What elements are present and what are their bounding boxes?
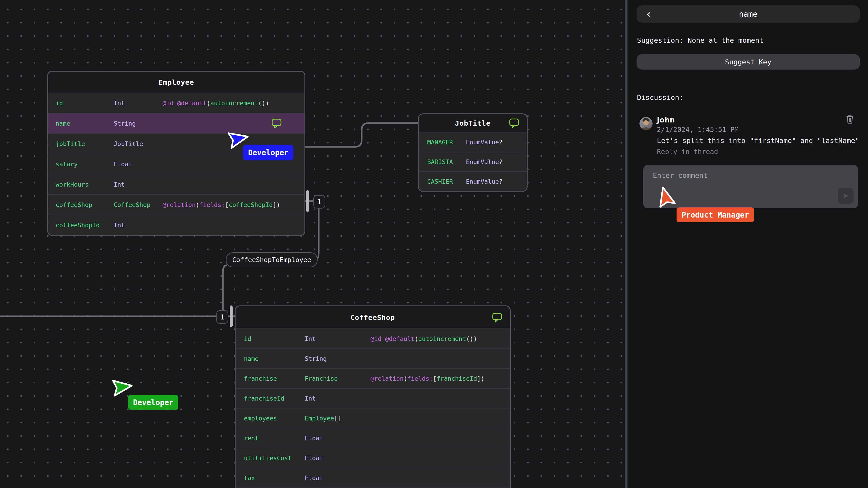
comment-author: John bbox=[657, 116, 675, 124]
field-row-coffeeShop[interactable]: coffeeShopCoffeeShop@relation(fields:[co… bbox=[48, 194, 305, 215]
suggest-key-button[interactable]: Suggest Key bbox=[637, 54, 860, 70]
field-name: name bbox=[244, 355, 258, 362]
cursor-label-developer-green: Developer bbox=[128, 395, 178, 410]
field-name: coffeeShopId bbox=[56, 222, 100, 229]
field-type: Int bbox=[114, 222, 125, 229]
field-attributes: @id @default(autoincrement()) bbox=[162, 100, 269, 107]
field-name: salary bbox=[56, 161, 78, 168]
schema-canvas[interactable]: Employee idInt@id @default(autoincrement… bbox=[0, 0, 625, 488]
panel-title: name bbox=[637, 9, 860, 19]
cursor-label-developer-blue: Developer bbox=[243, 145, 293, 160]
field-attributes: @id @default(autoincrement()) bbox=[370, 335, 477, 342]
field-type: EnumValue? bbox=[466, 138, 503, 145]
field-type: EnumValue? bbox=[466, 158, 503, 165]
field-attributes: @relation(fields:[franchiseId]) bbox=[370, 375, 485, 382]
field-row-employees[interactable]: employeesEmployee[] bbox=[236, 408, 510, 428]
field-row-rent[interactable]: rentFloat bbox=[236, 428, 510, 448]
field-name: name bbox=[56, 120, 70, 127]
cardinality-bar-employee bbox=[306, 190, 309, 212]
comment-timestamp: 2/1/2024, 1:45:51 PM bbox=[657, 126, 739, 133]
field-row-coffeeShopId[interactable]: coffeeShopIdInt bbox=[48, 215, 305, 235]
field-type: Float bbox=[305, 475, 323, 482]
panel-header: ‹ name bbox=[637, 5, 860, 23]
field-type: Float bbox=[305, 455, 323, 462]
comment-icon[interactable] bbox=[271, 118, 282, 129]
field-row-BARISTA[interactable]: BARISTAEnumValue? bbox=[419, 152, 527, 171]
inspector-panel: ‹ name Suggestion: None at the moment Su… bbox=[627, 0, 868, 488]
field-name: utilitiesCost bbox=[244, 455, 291, 462]
table-title: Employee bbox=[158, 78, 194, 86]
field-name: rent bbox=[244, 435, 258, 442]
field-row-name[interactable]: nameString bbox=[236, 348, 510, 368]
field-row-workHours[interactable]: workHoursInt bbox=[48, 174, 305, 194]
table-coffeeshop[interactable]: CoffeeShop idInt@id @default(autoincreme… bbox=[235, 305, 510, 488]
comment-icon[interactable] bbox=[492, 312, 502, 323]
discussion-heading: Discussion: bbox=[637, 93, 683, 101]
table-title: CoffeeShop bbox=[350, 313, 395, 322]
relation-line-label-to-badge bbox=[223, 265, 226, 310]
field-name: BARISTA bbox=[427, 158, 453, 165]
table-coffeeshop-header[interactable]: CoffeeShop bbox=[236, 306, 510, 329]
cursor-label-product-manager: Product Manager bbox=[677, 207, 754, 222]
field-type: Int bbox=[114, 100, 125, 107]
send-comment-button[interactable] bbox=[838, 188, 854, 204]
table-jobtitle[interactable]: JobTitle MANAGEREnumValue?BARISTAEnumVal… bbox=[418, 113, 528, 192]
field-type: Int bbox=[305, 395, 316, 402]
comment-placeholder: Enter comment bbox=[653, 171, 708, 180]
relation-label-coffeeshoptoemployee[interactable]: CoffeeShopToEmployee bbox=[226, 252, 318, 267]
app-window: Employee idInt@id @default(autoincrement… bbox=[0, 0, 868, 488]
field-name: id bbox=[56, 100, 63, 107]
send-icon bbox=[842, 192, 849, 200]
field-type: Float bbox=[114, 161, 132, 168]
field-row-franchise[interactable]: franchiseFranchise@relation(fields:[fran… bbox=[236, 368, 510, 388]
avatar bbox=[640, 117, 653, 130]
comment-icon[interactable] bbox=[509, 118, 520, 129]
field-row-id[interactable]: idInt@id @default(autoincrement()) bbox=[236, 329, 510, 348]
field-name: coffeeShop bbox=[56, 201, 92, 208]
field-row-MANAGER[interactable]: MANAGEREnumValue? bbox=[419, 132, 527, 152]
field-type: Employee[] bbox=[305, 415, 342, 422]
field-row-tax[interactable]: taxFloat bbox=[236, 468, 510, 488]
canvas-scrollbar[interactable] bbox=[625, 0, 627, 488]
field-name: id bbox=[244, 335, 251, 342]
field-name: tax bbox=[244, 475, 255, 482]
cardinality-badge-one: 1 bbox=[313, 195, 325, 208]
field-name: MANAGER bbox=[427, 138, 453, 145]
relation-line-badge-to-label bbox=[316, 207, 319, 259]
table-jobtitle-header[interactable]: JobTitle bbox=[419, 114, 527, 132]
delete-comment-icon[interactable] bbox=[846, 114, 854, 124]
field-type: Int bbox=[114, 181, 125, 188]
field-row-name[interactable]: nameString bbox=[48, 113, 305, 133]
field-type: String bbox=[114, 120, 136, 127]
field-name: workHours bbox=[56, 181, 89, 188]
field-row-CASHIER[interactable]: CASHIEREnumValue? bbox=[419, 171, 527, 191]
field-type: Int bbox=[305, 335, 316, 342]
field-row-utilitiesCost[interactable]: utilitiesCostFloat bbox=[236, 448, 510, 468]
field-type: CoffeeShop bbox=[114, 201, 151, 208]
collaborator-cursor-orange bbox=[662, 186, 663, 186]
table-employee-header[interactable]: Employee bbox=[48, 72, 305, 93]
collaborator-cursor-blue bbox=[249, 136, 250, 137]
field-name: CASHIER bbox=[427, 178, 453, 185]
field-row-franchiseId[interactable]: franchiseIdInt bbox=[236, 388, 510, 408]
cardinality-bar-coffeeshop bbox=[230, 305, 232, 327]
comment-text: Let's split this into "firstName" and "l… bbox=[657, 136, 860, 144]
field-type: Float bbox=[305, 435, 323, 442]
field-name: franchise bbox=[244, 375, 277, 382]
field-name: franchiseId bbox=[244, 395, 284, 402]
field-attributes: @relation(fields:[coffeeShopId]) bbox=[162, 201, 280, 208]
table-title: JobTitle bbox=[455, 119, 491, 127]
field-name: employees bbox=[244, 415, 277, 422]
collaborator-cursor-green bbox=[133, 385, 134, 386]
field-type: JobTitle bbox=[114, 140, 143, 147]
field-name: jobTitle bbox=[56, 140, 85, 147]
field-type: EnumValue? bbox=[466, 178, 503, 185]
cardinality-badge-one: 1 bbox=[216, 310, 228, 324]
reply-in-thread-link[interactable]: Reply in thread bbox=[657, 148, 718, 156]
suggestion-text: Suggestion: None at the moment bbox=[637, 36, 764, 44]
comment-input[interactable]: Enter comment bbox=[643, 165, 858, 208]
field-row-id[interactable]: idInt@id @default(autoincrement()) bbox=[48, 93, 305, 113]
field-type: String bbox=[305, 355, 327, 362]
field-type: Franchise bbox=[305, 375, 338, 382]
relation-line-employee-jobtitle bbox=[303, 123, 418, 147]
